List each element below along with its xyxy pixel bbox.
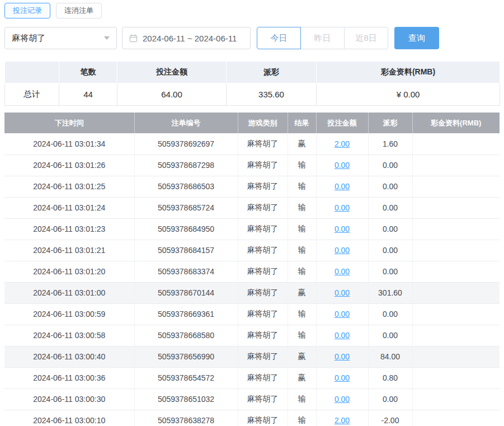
cell-result: 输 xyxy=(288,176,316,197)
game-select[interactable]: 麻将胡了 xyxy=(4,27,117,49)
cell-game-type: 麻将胡了 xyxy=(238,240,288,261)
cell-payout: 0.00 xyxy=(368,218,412,240)
cell-game-type: 麻将胡了 xyxy=(238,367,288,388)
cell-time: 2024-06-11 03:00:40 xyxy=(4,346,134,367)
cell-bonus xyxy=(412,261,500,282)
table-row: 2024-06-11 03:01:005059378670144麻将胡了赢0.0… xyxy=(4,282,500,303)
cell-payout: 0.00 xyxy=(368,303,412,325)
table-row: 2024-06-11 03:01:345059378692697麻将胡了赢2.0… xyxy=(4,133,500,155)
cell-bet-amount: 0.00 xyxy=(316,282,368,303)
table-row: 2024-06-11 03:00:585059378668580麻将胡了输0.0… xyxy=(4,325,500,346)
cell-bet-amount: 0.00 xyxy=(316,303,368,325)
cell-bonus xyxy=(412,303,500,325)
quick-range-yesterday[interactable]: 昨日 xyxy=(300,27,345,49)
quick-range-last8days[interactable]: 近8日 xyxy=(344,27,388,49)
date-range-value: 2024-06-11 ~ 2024-06-11 xyxy=(143,34,237,43)
column-header-bonus: 彩金资料(RMB) xyxy=(412,113,500,133)
bet-amount-link[interactable]: 0.00 xyxy=(335,203,350,212)
cell-result: 输 xyxy=(288,197,316,218)
query-button[interactable]: 查询 xyxy=(394,27,439,49)
cell-bet-amount: 0.00 xyxy=(316,197,368,218)
summary-header-bet-amount: 投注金额 xyxy=(117,62,227,83)
bet-amount-link[interactable]: 0.00 xyxy=(335,267,350,276)
cell-result: 输 xyxy=(288,325,316,346)
summary-corner-cell xyxy=(5,62,59,83)
bet-amount-link[interactable]: 0.00 xyxy=(335,310,350,319)
tab-cancelled-orders[interactable]: 连消注单 xyxy=(56,3,102,18)
cell-bet-amount: 2.00 xyxy=(316,410,368,426)
cell-order-number: 5059378683374 xyxy=(134,261,238,282)
column-header-payout: 派彩 xyxy=(368,113,412,133)
cell-result: 输 xyxy=(288,410,316,426)
cell-game-type: 麻将胡了 xyxy=(238,176,288,197)
cell-payout: 0.00 xyxy=(368,197,412,218)
cell-payout: 0.00 xyxy=(368,325,412,346)
bet-amount-link[interactable]: 0.00 xyxy=(335,288,350,297)
cell-order-number: 5059378684157 xyxy=(134,240,238,261)
column-header-order-number: 注单编号 xyxy=(134,113,238,133)
summary-total-payout: 335.60 xyxy=(227,83,317,106)
table-row: 2024-06-11 03:01:265059378687298麻将胡了输0.0… xyxy=(4,155,500,176)
cell-bonus xyxy=(412,325,500,346)
column-header-bet-amount: 投注金额 xyxy=(316,113,368,133)
summary-total-row: 总计 44 64.00 335.60 ¥ 0.00 xyxy=(5,83,500,106)
cell-bonus xyxy=(412,197,500,218)
cell-order-number: 5059378656990 xyxy=(134,346,238,367)
bet-amount-link[interactable]: 2.00 xyxy=(335,139,350,148)
game-select-value: 麻将胡了 xyxy=(12,33,45,44)
table-row: 2024-06-11 03:01:235059378684950麻将胡了输0.0… xyxy=(4,218,500,240)
tab-bar: 投注记录 连消注单 xyxy=(4,3,500,18)
cell-game-type: 麻将胡了 xyxy=(238,282,288,303)
cell-payout: 0.80 xyxy=(368,367,412,388)
tab-betting-records[interactable]: 投注记录 xyxy=(4,3,50,18)
records-header-row: 下注时间 注单编号 游戏类别 结果 投注金额 派彩 彩金资料(RMB) xyxy=(4,113,500,133)
bet-amount-link[interactable]: 0.00 xyxy=(335,246,350,255)
cell-game-type: 麻将胡了 xyxy=(238,325,288,346)
chevron-down-icon xyxy=(104,36,110,40)
bet-amount-link[interactable]: 2.00 xyxy=(335,416,350,425)
cell-time: 2024-06-11 03:01:00 xyxy=(4,282,134,303)
cell-payout: 301.60 xyxy=(368,282,412,303)
bet-amount-link[interactable]: 0.00 xyxy=(335,373,350,382)
cell-game-type: 麻将胡了 xyxy=(238,133,288,155)
table-row: 2024-06-11 03:01:255059378686503麻将胡了输0.0… xyxy=(4,176,500,197)
cell-bonus xyxy=(412,282,500,303)
cell-game-type: 麻将胡了 xyxy=(238,410,288,426)
date-range-picker[interactable]: 2024-06-11 ~ 2024-06-11 xyxy=(122,27,251,49)
cell-order-number: 5059378685724 xyxy=(134,197,238,218)
table-row: 2024-06-11 03:01:215059378684157麻将胡了输0.0… xyxy=(4,240,500,261)
cell-result: 赢 xyxy=(288,133,316,155)
quick-range-today[interactable]: 今日 xyxy=(257,27,301,49)
records-table: 下注时间 注单编号 游戏类别 结果 投注金额 派彩 彩金资料(RMB) 2024… xyxy=(4,113,500,426)
cell-bonus xyxy=(412,410,500,426)
table-row: 2024-06-11 03:00:365059378654572麻将胡了赢0.0… xyxy=(4,367,500,388)
cell-bet-amount: 0.00 xyxy=(316,155,368,176)
cell-game-type: 麻将胡了 xyxy=(238,388,288,410)
bet-amount-link[interactable]: 0.00 xyxy=(335,395,350,404)
cell-payout: 0.00 xyxy=(368,261,412,282)
cell-game-type: 麻将胡了 xyxy=(238,346,288,367)
cell-order-number: 5059378651032 xyxy=(134,388,238,410)
bet-amount-link[interactable]: 0.00 xyxy=(335,352,350,361)
table-row: 2024-06-11 03:00:405059378656990麻将胡了赢0.0… xyxy=(4,346,500,367)
cell-time: 2024-06-11 03:00:59 xyxy=(4,303,134,325)
cell-order-number: 5059378687298 xyxy=(134,155,238,176)
cell-time: 2024-06-11 03:01:34 xyxy=(4,133,134,155)
cell-bonus xyxy=(412,240,500,261)
cell-game-type: 麻将胡了 xyxy=(238,155,288,176)
cell-order-number: 5059378669361 xyxy=(134,303,238,325)
cell-payout: 0.00 xyxy=(368,388,412,410)
cell-time: 2024-06-11 03:01:20 xyxy=(4,261,134,282)
summary-header-row: 笔数 投注金额 派彩 彩金资料(RMB) xyxy=(5,62,500,83)
cell-order-number: 5059378686503 xyxy=(134,176,238,197)
column-header-game-type: 游戏类别 xyxy=(238,113,288,133)
bet-amount-link[interactable]: 0.00 xyxy=(335,182,350,191)
cell-time: 2024-06-11 03:01:23 xyxy=(4,218,134,240)
table-row: 2024-06-11 03:00:305059378651032麻将胡了输0.0… xyxy=(4,388,500,410)
bet-amount-link[interactable]: 0.00 xyxy=(335,161,350,170)
bet-amount-link[interactable]: 0.00 xyxy=(335,331,350,340)
cell-game-type: 麻将胡了 xyxy=(238,261,288,282)
summary-total-label: 总计 xyxy=(5,83,59,106)
cell-order-number: 5059378670144 xyxy=(134,282,238,303)
bet-amount-link[interactable]: 0.00 xyxy=(335,224,350,233)
